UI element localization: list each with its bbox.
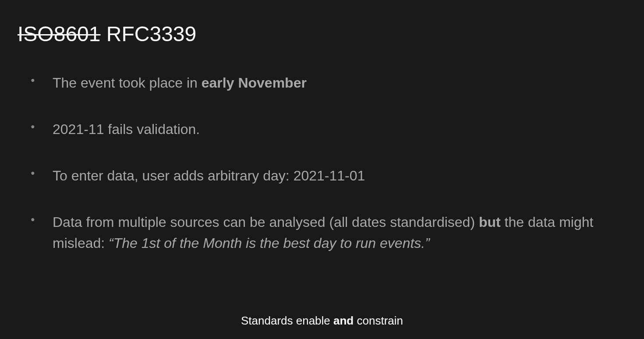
bullet-text: The event took place in bbox=[53, 75, 202, 91]
bullet-italic-text: “The 1st of the Month is the best day to… bbox=[109, 235, 430, 251]
footer-text: Standards enable bbox=[241, 314, 333, 327]
footer-text: constrain bbox=[354, 314, 403, 327]
footer-bold-text: and bbox=[333, 314, 354, 327]
list-item: The event took place in early November bbox=[31, 72, 626, 93]
title-rest-text: RFC3339 bbox=[100, 22, 196, 46]
footer-caption: Standards enable and constrain bbox=[0, 314, 644, 328]
bullet-text: Data from multiple sources can be analys… bbox=[53, 214, 479, 230]
list-item: 2021-11 fails validation. bbox=[31, 119, 626, 140]
bullet-bold-text: but bbox=[479, 214, 501, 230]
slide-title: ISO8601 RFC3339 bbox=[18, 22, 626, 46]
bullet-text: 2021-11 fails validation. bbox=[53, 121, 200, 137]
bullet-list: The event took place in early November 2… bbox=[18, 72, 626, 254]
list-item: To enter data, user adds arbitrary day: … bbox=[31, 165, 626, 186]
title-struck-text: ISO8601 bbox=[18, 22, 100, 46]
bullet-text: To enter data, user adds arbitrary day: … bbox=[53, 168, 365, 184]
bullet-bold-text: early November bbox=[202, 75, 307, 91]
list-item: Data from multiple sources can be analys… bbox=[31, 212, 626, 254]
